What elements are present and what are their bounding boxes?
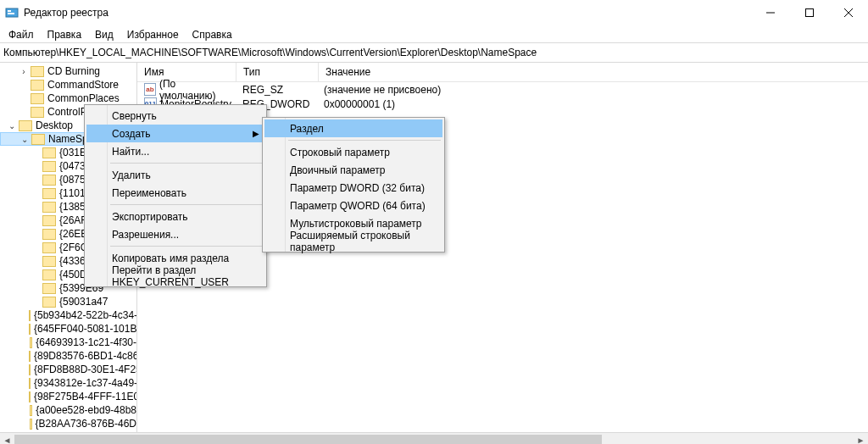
col-type[interactable]: Тип [236,63,319,81]
context-menu-item-label: Расширяемый строковый параметр [290,230,426,253]
chevron-right-icon[interactable]: › [17,67,31,76]
tree-item[interactable]: {64693913-1c21-4f30- [0,336,136,349]
context-menu-item-label: Удалить [112,169,151,181]
close-button[interactable] [829,0,868,25]
context-menu-item-label: Копировать имя раздела [112,253,229,264]
tree-item-label: {98F275B4-4FFF-11E0- [34,391,137,402]
scroll-right-button[interactable]: ► [854,434,868,444]
tree-item[interactable]: {9343812e-1c37-4a49- [0,376,136,390]
col-value[interactable]: Значение [319,63,868,81]
tree-item[interactable]: ›CD Burning [0,64,136,78]
context-menu-item[interactable]: Разрешения... [86,225,264,243]
menu-favorites[interactable]: Избранное [120,28,186,42]
tree-item-label: {5b934b42-522b-4c34- [34,309,137,321]
folder-icon [42,147,56,158]
context-menu-item[interactable]: Экспортировать [86,208,264,225]
folder-icon [31,80,44,91]
folder-icon [30,419,32,430]
folder-icon [29,364,31,375]
title-bar: Редактор реестра [0,0,868,26]
folder-icon [30,337,32,348]
folder-icon [42,202,56,213]
folder-icon [29,432,31,433]
menu-edit[interactable]: Правка [41,28,89,42]
menu-bar: Файл Правка Вид Избранное Справка [0,26,868,42]
folder-icon [42,297,56,308]
folder-icon [31,107,44,118]
context-menu-item[interactable]: Расширяемый строковый параметр [264,232,442,250]
context-menu-item-label: Раздел [290,123,324,135]
tree-item[interactable]: {89D83576-6BD1-4c86- [0,349,136,363]
context-menu-item[interactable]: Строковый параметр [264,143,442,161]
svg-rect-1 [8,10,11,12]
context-menu[interactable]: СвернутьСоздать▶Найти...УдалитьПереимено… [84,104,267,287]
folder-icon [42,256,56,267]
tree-item[interactable]: {B28AA736-876B-46D [0,417,136,430]
menu-file[interactable]: Файл [2,28,41,42]
context-menu-separator [110,163,263,164]
context-menu-item[interactable]: Параметр QWORD (64 бита) [264,197,442,214]
tree-item[interactable]: {5b934b42-522b-4c34- [0,308,136,322]
context-submenu[interactable]: РазделСтроковый параметрДвоичный парамет… [262,117,445,253]
context-menu-item[interactable]: Найти... [86,142,264,160]
tree-item-label: {B4FB3F98-C1EA-428c [34,431,137,432]
tree-item[interactable]: {B4FB3F98-C1EA-428c [0,430,136,432]
context-menu-item[interactable]: Раздел [264,119,442,137]
tree-item[interactable]: {a00ee528-ebd9-48b8 [0,403,136,417]
address-bar[interactable]: Компьютер\HKEY_LOCAL_MACHINE\SOFTWARE\Mi… [0,42,868,63]
tree-item[interactable]: CommandStore [0,78,136,92]
folder-icon [29,378,31,389]
maximize-button[interactable] [790,0,829,25]
string-value-icon: ab [144,83,156,96]
context-menu-item[interactable]: Удалить [86,166,264,184]
window-title: Редактор реестра [24,7,108,19]
tree-item-label: CommandStore [47,79,119,91]
tree-item-label: CD Burning [47,65,100,77]
menu-view[interactable]: Вид [88,28,120,42]
context-menu-item-label: Создать [112,128,151,140]
scroll-left-button[interactable]: ◄ [0,434,14,444]
context-menu-item[interactable]: Перейти в раздел HKEY_CURRENT_USER [86,267,264,285]
chevron-down-icon[interactable]: ⌄ [18,135,31,144]
minimize-button[interactable] [751,0,790,25]
tree-item[interactable]: {8FD8B88D-30E1-4F25 [0,363,136,376]
folder-icon [42,215,56,226]
tree-item-label: {9343812e-1c37-4a49- [34,377,137,389]
tree-item-label: Desktop [36,119,73,131]
scroll-thumb[interactable] [14,435,602,444]
svg-rect-2 [8,13,14,14]
folder-icon [42,229,56,240]
folder-icon [19,120,32,131]
folder-icon [31,134,45,145]
tree-item[interactable]: CommonPlaces [0,92,136,105]
tree-item[interactable]: {59031a47 [0,295,136,308]
regedit-icon [5,6,19,19]
context-menu-item-label: Мультистроковый параметр [290,218,422,230]
menu-help[interactable]: Справка [186,28,239,42]
context-menu-separator [110,204,263,205]
folder-icon [31,93,44,104]
tree-item-label: {64693913-1c21-4f30- [36,336,136,348]
tree-item[interactable]: {98F275B4-4FFF-11E0- [0,390,136,403]
submenu-arrow-icon: ▶ [253,129,259,138]
context-menu-item[interactable]: Параметр DWORD (32 бита) [264,179,442,197]
tree-item-label: {8FD8B88D-30E1-4F25 [34,364,137,375]
tree-item[interactable]: {645FF040-5081-101B- [0,322,136,336]
chevron-down-icon[interactable]: ⌄ [5,121,19,130]
value-data: 0x00000001 (1) [317,98,868,110]
list-header: Имя Тип Значение [137,63,868,82]
context-menu-item[interactable]: Свернуть [86,107,264,125]
context-menu-item-label: Двоичный параметр [290,164,386,176]
scroll-track[interactable] [14,434,854,444]
context-menu-item-label: Параметр DWORD (32 бита) [290,182,425,194]
list-row[interactable]: ab(По умолчанию)REG_SZ(значение не присв… [137,82,868,97]
tree-item-label: {645FF040-5081-101B- [34,323,137,335]
value-data: (значение не присвоено) [317,84,868,96]
folder-icon [42,161,56,172]
context-menu-item[interactable]: Создать▶ [86,125,264,142]
svg-rect-4 [806,9,814,17]
address-text: Компьютер\HKEY_LOCAL_MACHINE\SOFTWARE\Mi… [3,47,537,58]
horizontal-scrollbar[interactable]: ◄ ► [0,432,868,444]
context-menu-item[interactable]: Двоичный параметр [264,161,442,179]
context-menu-item[interactable]: Переименовать [86,184,264,202]
